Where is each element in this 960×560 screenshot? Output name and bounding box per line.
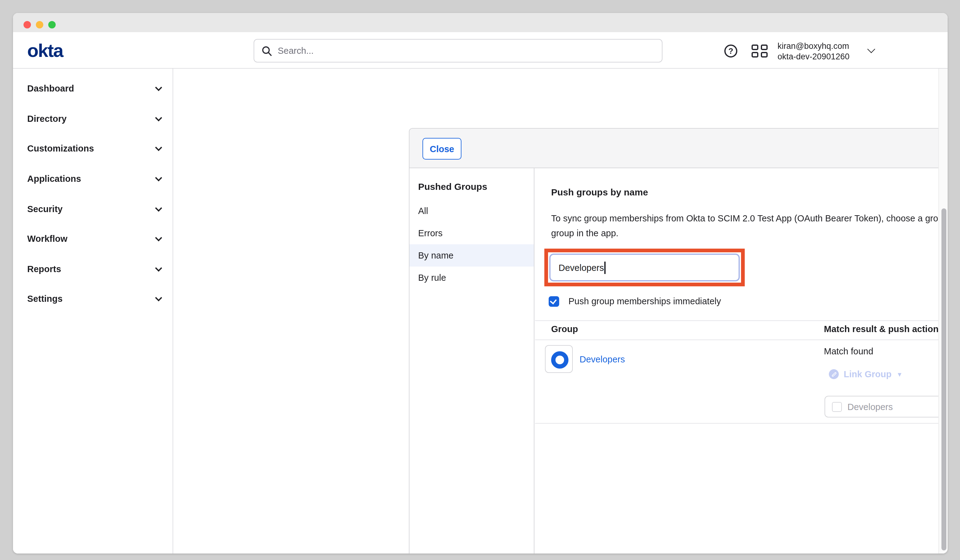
chevron-down-icon <box>155 174 162 181</box>
divider <box>535 423 948 424</box>
chevron-down-icon <box>155 144 162 152</box>
sidebar-item-dashboard[interactable]: Dashboard <box>13 74 173 104</box>
push-by-name-content: Push groups by name To sync group member… <box>535 168 948 554</box>
pushed-groups-nav: Pushed Groups All Errors By name By rule <box>410 168 534 554</box>
divider <box>535 339 948 340</box>
sidebar-item-directory[interactable]: Directory <box>13 104 173 134</box>
group-avatar <box>545 345 573 373</box>
account-org: okta-dev-20901260 <box>778 51 850 62</box>
search-input[interactable] <box>278 46 662 56</box>
chevron-down-icon <box>155 114 162 122</box>
push-immediately-label: Push group memberships immediately <box>568 296 721 306</box>
scrollbar-thumb[interactable] <box>941 208 946 550</box>
match-status: Match found <box>824 346 874 356</box>
link-group-action[interactable]: Link Group ▼ <box>829 369 903 379</box>
zoom-window-button[interactable] <box>48 21 56 28</box>
sidebar-item-customizations[interactable]: Customizations <box>13 134 173 163</box>
group-name-input[interactable]: Developers <box>549 254 740 282</box>
column-header-group: Group <box>551 324 578 334</box>
page-title: Push groups by name <box>551 187 648 197</box>
sidebar-item-reports[interactable]: Reports <box>13 254 173 284</box>
divider <box>535 320 948 321</box>
sidebar: Dashboard Directory Customizations Appli… <box>13 69 173 554</box>
apps-grid-icon[interactable] <box>752 45 769 58</box>
push-immediately-checkbox[interactable] <box>549 296 559 306</box>
pushed-groups-title: Pushed Groups <box>418 181 487 192</box>
chevron-down-icon <box>155 295 162 302</box>
input-caret <box>605 261 606 274</box>
link-group-label: Link Group <box>844 369 892 379</box>
account-email: kiran@boxyhq.com <box>778 41 850 51</box>
global-search[interactable] <box>254 39 662 62</box>
group-name-link[interactable]: Developers <box>579 354 625 364</box>
chevron-down-icon <box>155 265 162 272</box>
link-icon <box>829 369 839 379</box>
column-header-match: Match result & push action <box>824 324 939 334</box>
sidebar-item-security[interactable]: Security <box>13 194 173 224</box>
app-group-value: Developers <box>847 402 893 411</box>
macos-titlebar <box>13 13 948 32</box>
account-menu[interactable]: kiran@boxyhq.com okta-dev-20901260 <box>778 41 850 62</box>
push-groups-panel: Close Pushed Groups All Errors By name B… <box>409 128 948 554</box>
nav-item-all[interactable]: All <box>410 200 534 222</box>
panel-header: Close <box>410 129 948 168</box>
app-header: okta ? kiran@boxyhq.com okta-dev-2090126… <box>13 32 948 69</box>
chevron-down-icon <box>155 234 162 242</box>
help-icon[interactable]: ? <box>724 45 737 58</box>
app-group-select[interactable]: Developers ▼ <box>824 396 948 418</box>
chevron-down-icon <box>867 45 875 53</box>
app-group-icon-placeholder <box>832 402 842 411</box>
sidebar-item-workflow[interactable]: Workflow <box>13 224 173 254</box>
main-content: Close Pushed Groups All Errors By name B… <box>174 69 938 554</box>
sidebar-item-settings[interactable]: Settings <box>13 284 173 314</box>
description-text: To sync group memberships from Okta to S… <box>551 211 948 241</box>
nav-item-errors[interactable]: Errors <box>410 222 534 244</box>
close-button[interactable]: Close <box>422 138 461 160</box>
sidebar-item-applications[interactable]: Applications <box>13 164 173 194</box>
close-window-button[interactable] <box>24 21 31 28</box>
chevron-down-icon: ▼ <box>897 371 903 378</box>
search-icon <box>262 45 272 56</box>
group-icon <box>551 351 568 368</box>
checkmark-icon <box>550 297 557 304</box>
nav-item-by-name[interactable]: By name <box>410 244 534 267</box>
group-name-input-value: Developers <box>558 262 604 272</box>
scrollbar-track[interactable] <box>938 69 948 554</box>
minimize-window-button[interactable] <box>36 21 43 28</box>
browser-window: okta ? kiran@boxyhq.com okta-dev-2090126… <box>13 13 948 554</box>
okta-logo: okta <box>27 40 63 61</box>
chevron-down-icon <box>155 205 162 211</box>
chevron-down-icon <box>155 84 162 91</box>
nav-item-by-rule[interactable]: By rule <box>410 267 534 289</box>
screenshot-background: okta ? kiran@boxyhq.com okta-dev-2090126… <box>0 0 960 560</box>
